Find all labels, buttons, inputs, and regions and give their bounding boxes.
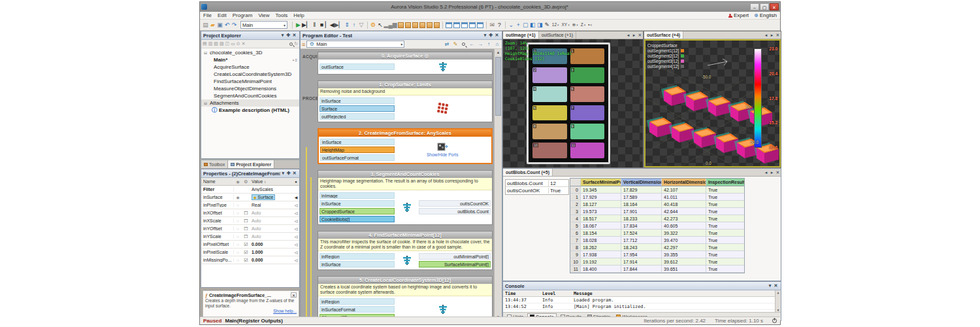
cookie-blob[interactable]: 7 bbox=[570, 105, 605, 121]
toolbar-icon[interactable]: ▂▄▆ bbox=[384, 20, 397, 30]
port-connect-icon[interactable]: ◁ bbox=[293, 258, 299, 262]
tree-item-macrofilter[interactable]: AcquireSurface bbox=[201, 63, 299, 71]
back-icon[interactable]: ← bbox=[468, 41, 475, 47]
tree-attachments[interactable]: ⊟ Attachments bbox=[201, 99, 299, 107]
results-tab[interactable]: outBlobs.Count (+5) bbox=[503, 169, 553, 176]
toolbar-icon[interactable]: ▏◀ bbox=[325, 20, 335, 30]
close-icon[interactable]: ✕ bbox=[291, 171, 297, 176]
home-icon[interactable]: ⌂ bbox=[494, 41, 500, 47]
column-header[interactable]: InspectionResult bbox=[706, 179, 744, 186]
legend-entry[interactable]: outSegment4[12] bbox=[647, 63, 684, 69]
cookie-blob[interactable]: 11 bbox=[570, 143, 605, 158]
box-tool-icon[interactable] bbox=[434, 22, 440, 28]
column-header[interactable]: SurfaceMinimalPoint bbox=[581, 179, 621, 186]
property-value[interactable]: 0.000 bbox=[252, 242, 263, 247]
property-value[interactable]: 1.000 bbox=[252, 250, 263, 254]
port[interactable]: CookieBlobs[] bbox=[319, 216, 395, 222]
property-checkbox[interactable]: ☐ bbox=[242, 218, 250, 224]
collapse-icon[interactable]: ⊟ bbox=[204, 50, 208, 55]
panel-menu-icon[interactable]: ▾ bbox=[280, 33, 286, 38]
column-header[interactable]: HorizontalDimension bbox=[662, 179, 706, 186]
prev-view-icon[interactable]: ◂ bbox=[625, 33, 631, 38]
port[interactable]: inSurface bbox=[319, 261, 395, 267]
cookie-blob[interactable]: 1 bbox=[570, 48, 605, 64]
legend-entry[interactable]: outSegment2[12] bbox=[647, 53, 684, 58]
show-hide-ports-link[interactable]: Show/Hide Ports bbox=[427, 152, 458, 157]
forward-icon[interactable]: → bbox=[477, 41, 483, 47]
block-createimagefromsurface[interactable]: 2. CreateImageFromSurface: AnyScales inS… bbox=[318, 128, 493, 164]
table-row[interactable]: 5 18.067 17.834 40.605 True bbox=[570, 222, 744, 230]
scrollbar-thumb[interactable] bbox=[495, 57, 501, 116]
tree-tool-icon[interactable]: ◫ bbox=[225, 41, 230, 46]
swap-view-icon[interactable]: ⇄ bbox=[444, 41, 450, 47]
table-row[interactable]: 9 17.938 17.954 39.355 True bbox=[570, 251, 744, 258]
close-icon[interactable]: ✕ bbox=[494, 33, 500, 38]
toolbar-icon[interactable]: ▽ bbox=[358, 20, 365, 30]
view-tool-icon[interactable]: ✎ bbox=[544, 20, 551, 30]
port[interactable]: HeightMap bbox=[320, 146, 395, 153]
port[interactable]: inSurface bbox=[319, 200, 395, 207]
panel-menu-icon[interactable]: ▾ bbox=[280, 171, 286, 176]
menu-item[interactable]: View bbox=[258, 12, 269, 18]
block-findsurfaceminimalpoint[interactable]: 4. FindSurfaceMinimalPoint[12] This macr… bbox=[318, 231, 493, 270]
preview-tab[interactable]: outImage (+1) bbox=[503, 31, 539, 39]
property-value[interactable]: 0.000 bbox=[252, 258, 263, 262]
cookie-blob[interactable]: 3 bbox=[570, 67, 605, 83]
property-checkbox[interactable]: ☑ bbox=[242, 258, 250, 263]
box-tool-icon[interactable] bbox=[427, 22, 433, 28]
view-tool-icon[interactable]: ◧ bbox=[529, 20, 536, 30]
property-row[interactable]: inPixelType ◌ Real ◁ bbox=[201, 201, 299, 209]
tree-tool-icon[interactable]: ▨ bbox=[220, 41, 224, 46]
view-tool-icon[interactable]: ⌄ bbox=[508, 20, 515, 30]
menu-item[interactable]: Edit bbox=[218, 12, 227, 18]
toolbar-icon[interactable]: ⇕ bbox=[344, 20, 351, 30]
port-connect-icon[interactable]: ◁ bbox=[293, 211, 299, 215]
property-checkbox[interactable]: ☑ bbox=[242, 250, 250, 255]
cookie-blob[interactable]: 5 bbox=[570, 86, 605, 102]
toolbar-icon[interactable]: ▤ bbox=[202, 20, 209, 30]
next-view-icon[interactable]: ▸ bbox=[631, 33, 637, 38]
cookie-blob[interactable]: 4 bbox=[532, 86, 567, 102]
box-tool-icon[interactable] bbox=[419, 22, 425, 28]
property-checkbox[interactable]: ☐ bbox=[242, 211, 250, 216]
toolbar-icon[interactable]: ■ bbox=[318, 20, 325, 30]
property-value[interactable]: Auto bbox=[252, 211, 261, 215]
panel-menu-icon[interactable]: ▾ bbox=[767, 283, 773, 288]
minimize-button[interactable]: – bbox=[750, 3, 759, 10]
port[interactable]: outBlobs.Count bbox=[419, 208, 491, 215]
toolbar-icon[interactable]: ▶ bbox=[295, 20, 302, 30]
property-row[interactable]: Filter AnyScales bbox=[201, 186, 299, 194]
port[interactable]: outMinimalPoint[] bbox=[419, 253, 491, 260]
port-connect-icon[interactable]: ◁ bbox=[293, 218, 299, 223]
table-row[interactable]: 0 19.345 17.829 42.107 True bbox=[570, 186, 744, 194]
maximize-button[interactable]: ▢ bbox=[760, 3, 769, 10]
scroll-up-icon[interactable]: ▲ bbox=[495, 49, 502, 56]
port[interactable]: inRegion bbox=[319, 253, 395, 260]
table-row[interactable]: 6 18.154 17.524 39.322 True bbox=[570, 230, 744, 237]
measure-tool-chip[interactable]: XY bbox=[561, 22, 571, 28]
port[interactable]: SurfaceMinimalPoint[] bbox=[419, 261, 491, 267]
toolbar-icon[interactable]: ‖ bbox=[311, 20, 318, 30]
menu-item[interactable]: File bbox=[203, 12, 212, 18]
layout-icon[interactable] bbox=[446, 22, 452, 28]
tree-item-macrofilter[interactable]: FindSurfaceMinimalPoint bbox=[201, 78, 299, 85]
close-icon[interactable]: ✕ bbox=[637, 33, 643, 38]
property-value[interactable]: AnyScales bbox=[252, 187, 273, 192]
property-value[interactable]: Auto bbox=[252, 226, 261, 231]
table-row[interactable]: 1 17.929 17.589 41.011 True bbox=[570, 194, 744, 201]
console-log-row[interactable]: 13:44:37 Info Loaded program. bbox=[503, 297, 781, 303]
port[interactable]: outSurface bbox=[319, 63, 395, 70]
port-connect-icon[interactable]: ◀ bbox=[293, 195, 299, 199]
toolbar-icon[interactable]: ▰ bbox=[209, 20, 216, 30]
panel-menu-icon[interactable]: ▾ bbox=[482, 33, 488, 38]
column-header[interactable]: VerticalDimension bbox=[621, 179, 662, 186]
search-icon[interactable] bbox=[462, 43, 465, 46]
toolbar-icon[interactable]: ↶ bbox=[223, 20, 231, 30]
image-view[interactable]: Zoom: 14%(107, 120)HeightMap: 2024x1140 … bbox=[503, 39, 643, 167]
legend-entry[interactable]: outSegment3[12] bbox=[647, 58, 684, 63]
tree-item-macrofilter[interactable]: Main* ▪ ≡ bbox=[201, 56, 299, 63]
property-row[interactable]: inYScale ◌ ☐ Auto ◁ bbox=[201, 233, 299, 241]
refresh-icon[interactable]: ↻ bbox=[294, 41, 298, 46]
tree-tool-icon[interactable]: ▥ bbox=[208, 41, 213, 46]
property-row[interactable]: inPixelScale ◌ ☑ 1.000 ◁ bbox=[201, 249, 299, 256]
